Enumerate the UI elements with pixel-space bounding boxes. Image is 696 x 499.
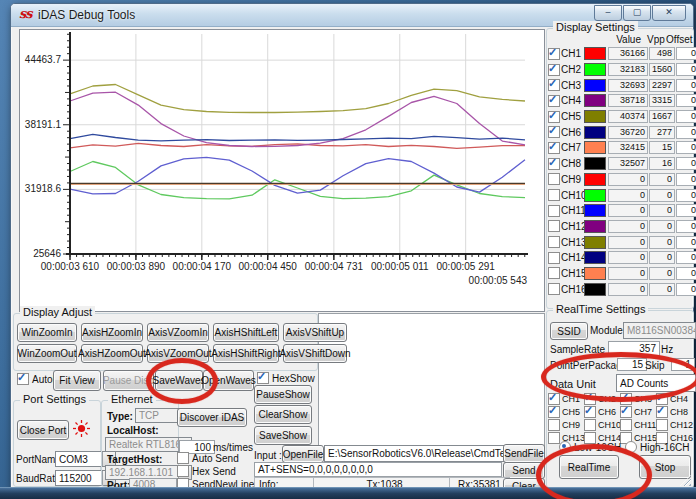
- channel-color-swatch[interactable]: [584, 126, 606, 139]
- channel-offset-input[interactable]: 0: [676, 79, 696, 92]
- channel-visible-checkbox[interactable]: [548, 95, 560, 107]
- channel-color-swatch[interactable]: [584, 79, 606, 92]
- saveshow-button[interactable]: SaveShow: [254, 426, 312, 445]
- minimize-button[interactable]: –: [594, 5, 622, 21]
- channel-visible-checkbox[interactable]: [548, 48, 560, 60]
- realtime-channel-ch10[interactable]: CH10: [584, 418, 620, 431]
- channel-color-swatch[interactable]: [584, 283, 606, 296]
- channel-offset-input[interactable]: 0: [676, 157, 696, 170]
- channel-offset-input[interactable]: 0: [676, 63, 696, 76]
- axisvshiftup-button[interactable]: AxisVShiftUp: [283, 323, 347, 342]
- channel-visible-checkbox[interactable]: [548, 252, 560, 264]
- realtime-channel-checkbox[interactable]: [584, 419, 596, 431]
- channel-offset-input[interactable]: 0: [676, 204, 696, 217]
- channel-color-swatch[interactable]: [584, 173, 606, 186]
- sendfile-button[interactable]: SendFile: [503, 444, 545, 463]
- realtime-channel-ch7[interactable]: CH7: [620, 405, 656, 418]
- channel-visible-checkbox[interactable]: [548, 111, 560, 123]
- channel-visible-checkbox[interactable]: [548, 236, 560, 248]
- channel-label: CH7: [561, 142, 584, 153]
- channel-color-swatch[interactable]: [584, 251, 606, 264]
- axisvzoomin-button[interactable]: AxisVZoomIn: [147, 323, 209, 342]
- openfile-button[interactable]: OpenFile: [282, 445, 324, 463]
- channel-offset-input[interactable]: 0: [676, 47, 696, 60]
- realtime-channel-checkbox[interactable]: [584, 406, 596, 418]
- autosend-checkbox[interactable]: [177, 452, 189, 464]
- radio-high16ch[interactable]: High-16CH: [625, 441, 689, 453]
- axishzoomin-button[interactable]: AxisHZoomIn: [81, 323, 143, 342]
- autofit-checkbox[interactable]: [17, 373, 29, 385]
- fitview-button[interactable]: Fit View: [53, 370, 101, 391]
- channel-offset-input[interactable]: 0: [676, 189, 696, 202]
- realtime-channel-checkbox[interactable]: [656, 419, 668, 431]
- channel-visible-checkbox[interactable]: [548, 189, 560, 201]
- maximize-button[interactable]: ▢: [623, 5, 651, 21]
- channel-visible-checkbox[interactable]: [548, 64, 560, 76]
- channel-visible-checkbox[interactable]: [548, 205, 560, 217]
- channel-color-swatch[interactable]: [584, 204, 606, 217]
- axishzoomout-button[interactable]: AxisHZoomOut: [81, 344, 143, 363]
- channel-visible-checkbox[interactable]: [548, 173, 560, 185]
- channel-color-swatch[interactable]: [584, 63, 606, 76]
- realtime-channel-ch11[interactable]: CH11: [620, 418, 656, 431]
- clearshow-button[interactable]: ClearShow: [254, 405, 312, 424]
- winzoomin-button[interactable]: WinZoomIn: [17, 323, 77, 342]
- closeport-button[interactable]: Close Port: [17, 420, 69, 440]
- channel-offset-input[interactable]: 0: [676, 141, 696, 154]
- close-button[interactable]: ✕: [652, 5, 686, 21]
- realtime-channel-ch12[interactable]: CH12: [656, 418, 692, 431]
- channel-visible-checkbox[interactable]: [548, 220, 560, 232]
- hexsend-checkbox-row[interactable]: Hex Send: [177, 465, 236, 477]
- axisvshiftdown-button[interactable]: AxisVShiftDown: [283, 344, 347, 363]
- channel-offset-input[interactable]: 0: [676, 283, 696, 296]
- channel-color-swatch[interactable]: [584, 141, 606, 154]
- channel-color-swatch[interactable]: [584, 189, 606, 202]
- channel-color-swatch[interactable]: [584, 157, 606, 170]
- realtime-channel-ch6[interactable]: CH6: [584, 405, 620, 418]
- channel-color-swatch[interactable]: [584, 220, 606, 233]
- channel-offset-input[interactable]: 0: [676, 236, 696, 249]
- axishshiftleft-button[interactable]: AxisHShiftLeft: [213, 323, 279, 342]
- channel-visible-checkbox[interactable]: [548, 283, 560, 295]
- axishshiftright-button[interactable]: AxisHShiftRight: [213, 344, 279, 363]
- channel-offset-input[interactable]: 0: [676, 94, 696, 107]
- channel-color-swatch[interactable]: [584, 47, 606, 60]
- pauseshow-button[interactable]: PauseShow: [254, 385, 312, 404]
- realtime-channel-checkbox[interactable]: [620, 406, 632, 418]
- realtime-channel-checkbox[interactable]: [656, 406, 668, 418]
- realtime-channel-checkbox[interactable]: [620, 419, 632, 431]
- channel-color-swatch[interactable]: [584, 236, 606, 249]
- ssid-button[interactable]: SSID: [550, 322, 588, 340]
- channel-offset-input[interactable]: 0: [676, 267, 696, 280]
- channel-visible-checkbox[interactable]: [548, 267, 560, 279]
- command-input[interactable]: AT+SENS=0,0,0,0,0,0,0,0: [254, 462, 502, 477]
- realtime-channel-label: CH8: [670, 407, 688, 417]
- channel-offset-input[interactable]: 0: [676, 173, 696, 186]
- realtime-channel-checkbox[interactable]: [548, 419, 560, 431]
- autosend-checkbox-row[interactable]: Auto Send: [177, 452, 239, 464]
- channel-color-swatch[interactable]: [584, 94, 606, 107]
- hexshow-checkbox[interactable]: [257, 372, 269, 384]
- channel-color-swatch[interactable]: [584, 267, 606, 280]
- input-file-combo[interactable]: E:\SensorRoboticsV6.0\Release\CmdTest.tx…: [324, 445, 519, 462]
- channel-offset-input[interactable]: 0: [676, 126, 696, 139]
- winzoomout-button[interactable]: WinZoomOut: [17, 344, 77, 363]
- channel-offset-input[interactable]: 0: [676, 110, 696, 123]
- hexsend-checkbox[interactable]: [177, 465, 189, 477]
- realtime-channel-checkbox[interactable]: [548, 406, 560, 418]
- hex-log-area[interactable]: [318, 313, 545, 451]
- hexshow-checkbox-row[interactable]: HexShow: [257, 372, 315, 384]
- channel-visible-checkbox[interactable]: [548, 158, 560, 170]
- discover-idas-button[interactable]: Discover iDAS: [177, 408, 247, 427]
- channel-color-swatch[interactable]: [584, 110, 606, 123]
- channel-visible-checkbox[interactable]: [548, 126, 560, 138]
- channel-offset-input[interactable]: 0: [676, 220, 696, 233]
- realtime-channel-ch8[interactable]: CH8: [656, 405, 692, 418]
- channel-visible-checkbox[interactable]: [548, 142, 560, 154]
- ethernet-title: Ethernet: [108, 393, 156, 405]
- channel-offset-input[interactable]: 0: [676, 251, 696, 264]
- channel-visible-checkbox[interactable]: [548, 79, 560, 91]
- realtime-channel-ch9[interactable]: CH9: [548, 418, 584, 431]
- moduleid-combo[interactable]: M8116SN00384: [623, 322, 696, 339]
- realtime-channel-ch5[interactable]: CH5: [548, 405, 584, 418]
